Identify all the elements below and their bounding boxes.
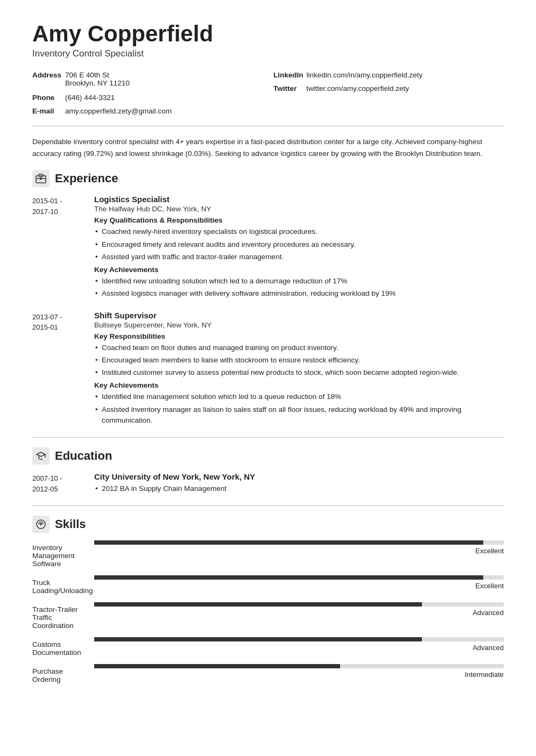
education-entry: 2007-10 -2012-05 City University of New … xyxy=(32,472,504,496)
education-list: 2007-10 -2012-05 City University of New … xyxy=(32,472,504,496)
linkedin-row: LinkedIn linkedin.com/in/amy.copperfield… xyxy=(273,70,504,80)
skill-bar-container xyxy=(94,540,504,545)
skill-bar-fill xyxy=(94,637,422,641)
bullet-item: Instituted customer survey to assess pot… xyxy=(94,367,504,378)
linkedin-value: linkedin.com/in/amy.copperfield.zety xyxy=(307,71,423,79)
candidate-name: Amy Copperfield xyxy=(32,22,504,46)
experience-icon xyxy=(32,170,50,187)
job-title: Shift Supervisor xyxy=(94,311,504,320)
edu-bullets: 2012 BA in Supply Chain Management xyxy=(94,483,504,494)
qualifications-label: Key Responsibilities xyxy=(94,332,504,340)
skill-bar-fill xyxy=(94,575,483,580)
skill-bar-col: Intermediate xyxy=(94,664,504,679)
qualifications-list: Coached newly-hired inventory specialist… xyxy=(94,226,504,262)
skill-name-col: Purchase Ordering xyxy=(32,664,89,683)
skill-bar-container xyxy=(94,664,504,668)
skill-bar-container xyxy=(94,637,504,641)
skill-name-col: Customs Documentation xyxy=(32,637,89,657)
experience-title: Experience xyxy=(55,172,118,186)
skill-bar-col: Advanced xyxy=(94,637,504,652)
achievements-label: Key Achievements xyxy=(94,266,504,274)
skill-bar-col: Excellent xyxy=(94,575,504,590)
candidate-title: Inventory Control Specialist xyxy=(32,48,504,59)
email-label: E-mail xyxy=(32,107,62,115)
job-title: Logistics Specialist xyxy=(94,195,504,204)
bullet-item: Coached newly-hired inventory specialist… xyxy=(94,226,504,237)
experience-entry: 2015-01 -2017-10 Logistics Specialist Th… xyxy=(32,195,504,301)
bullet-item: Coached team on floor duties and managed… xyxy=(94,343,504,353)
achievements-label: Key Achievements xyxy=(94,381,504,389)
experience-section-header: Experience xyxy=(32,170,504,187)
phone-label: Phone xyxy=(32,94,62,102)
date-range: 2015-01 -2017-10 xyxy=(32,195,89,301)
summary-text: Dependable inventory control specialist … xyxy=(32,136,504,159)
skill-item: Inventory Management Software Excellent xyxy=(32,540,504,568)
skill-name-col: Tractor-Trailer Traffic Coordination xyxy=(32,602,89,630)
twitter-row: Twitter twitter.com/amy.copperfield.zety xyxy=(273,83,504,94)
phone-row: Phone (646) 444-3321 xyxy=(32,92,263,103)
twitter-value: twitter.com/amy.copperfield.zety xyxy=(306,84,409,92)
divider-1 xyxy=(32,126,504,126)
skills-icon xyxy=(32,516,50,533)
skill-level: Advanced xyxy=(94,644,504,652)
bullet-item: Identified line management solution whic… xyxy=(94,391,504,402)
email-row: E-mail amy.copperfield.zety@gmail.com xyxy=(32,106,263,116)
skill-item: Customs Documentation Advanced xyxy=(32,637,504,657)
skill-bar-fill xyxy=(94,540,483,545)
skill-name: Customs Documentation xyxy=(32,640,81,657)
skill-name-col: Inventory Management Software xyxy=(32,540,89,568)
skill-name: Truck Loading/Unloading xyxy=(32,579,93,595)
skill-name-col: Truck Loading/Unloading xyxy=(32,575,89,595)
divider-2 xyxy=(32,437,504,438)
bullet-item: Encouraged timely and relevant audits an… xyxy=(94,239,504,250)
skill-item: Tractor-Trailer Traffic Coordination Adv… xyxy=(32,602,504,630)
twitter-label: Twitter xyxy=(273,84,303,92)
bullet-item: Identified new unloading solution which … xyxy=(94,276,504,287)
skill-bar-col: Excellent xyxy=(94,540,504,555)
job-company: Bullseye Supercenter, New York, NY xyxy=(94,321,504,329)
skill-level: Excellent xyxy=(94,582,504,590)
qualifications-label: Key Qualifications & Responsibilities xyxy=(94,216,504,224)
svg-rect-1 xyxy=(39,174,43,176)
skill-name: Tractor-Trailer Traffic Coordination xyxy=(32,605,78,630)
skill-level: Intermediate xyxy=(94,671,504,679)
phone-value: (646) 444-3321 xyxy=(65,94,115,102)
skill-bar-container xyxy=(94,575,504,580)
skill-level: Advanced xyxy=(94,609,504,617)
education-title: Education xyxy=(55,449,112,463)
skills-list: Inventory Management Software Excellent … xyxy=(32,540,504,683)
skill-name: Inventory Management Software xyxy=(32,544,75,568)
bullet-item: Encouraged team members to liaise with s… xyxy=(94,355,504,366)
experience-list: 2015-01 -2017-10 Logistics Specialist Th… xyxy=(32,195,504,427)
achievements-list: Identified line management solution whic… xyxy=(94,391,504,426)
skill-bar-fill xyxy=(94,602,422,607)
skill-bar-fill xyxy=(94,664,340,668)
skill-item: Truck Loading/Unloading Excellent xyxy=(32,575,504,595)
education-icon xyxy=(32,447,50,465)
skill-name: Purchase Ordering xyxy=(32,667,63,683)
achievements-list: Identified new unloading solution which … xyxy=(94,276,504,299)
skills-title: Skills xyxy=(55,517,86,531)
experience-entry: 2013-07 -2015-01 Shift Supervisor Bullse… xyxy=(32,311,504,428)
bullet-item: Assisted inventory manager as liaison to… xyxy=(94,404,504,426)
education-section-header: Education xyxy=(32,447,504,465)
svg-point-6 xyxy=(40,523,42,525)
divider-3 xyxy=(32,505,504,506)
linkedin-label: LinkedIn xyxy=(273,71,304,79)
edu-institution: City University of New York, New York, N… xyxy=(94,472,504,481)
svg-rect-3 xyxy=(40,177,42,180)
address-value: 706 E 40th St Brooklyn, NY 11210 xyxy=(65,71,130,87)
skill-bar-col: Advanced xyxy=(94,602,504,617)
skill-item: Purchase Ordering Intermediate xyxy=(32,664,504,683)
edu-date: 2007-10 -2012-05 xyxy=(32,472,89,496)
skills-section-header: Skills xyxy=(32,516,504,533)
bullet-item: 2012 BA in Supply Chain Management xyxy=(94,483,504,494)
date-range: 2013-07 -2015-01 xyxy=(32,311,89,428)
qualifications-list: Coached team on floor duties and managed… xyxy=(94,343,504,379)
skill-level: Excellent xyxy=(94,547,504,555)
job-company: The Halfway Hub DC, New York, NY xyxy=(94,205,504,213)
contact-section: Address 706 E 40th St Brooklyn, NY 11210… xyxy=(32,70,504,116)
skill-bar-container xyxy=(94,602,504,607)
address-label: Address xyxy=(32,71,62,79)
bullet-item: Assisted yard with traffic and tractor-t… xyxy=(94,252,504,262)
